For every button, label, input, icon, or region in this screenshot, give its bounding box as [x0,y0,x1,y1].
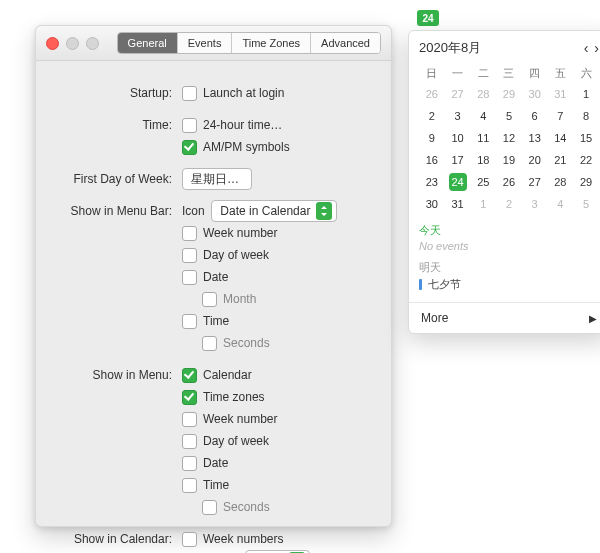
close-dot[interactable] [46,37,59,50]
calendar-day[interactable]: 27 [522,171,548,193]
check-mn-timezones[interactable] [182,390,197,405]
calendar-day[interactable]: 30 [419,193,445,215]
check-mn-dow[interactable] [182,434,197,449]
calendar-day[interactable]: 28 [548,171,574,193]
calendar-day[interactable]: 6 [522,105,548,127]
calendar-day[interactable]: 26 [419,83,445,105]
text-mb-weeknum: Week number [203,226,277,240]
calendar-day[interactable]: 2 [496,193,522,215]
check-mn-date[interactable] [182,456,197,471]
tab-advanced[interactable]: Advanced [311,33,380,53]
calendar-day[interactable]: 21 [548,149,574,171]
section-today: 今天 [419,223,599,238]
check-24hour[interactable] [182,118,197,133]
check-cal-weeknums[interactable] [182,532,197,547]
calendar-day[interactable]: 24 [445,171,471,193]
calendar-day[interactable]: 13 [522,127,548,149]
no-events: No events [419,240,599,252]
tab-events[interactable]: Events [178,33,233,53]
calendar-day[interactable]: 26 [496,171,522,193]
calendar-day[interactable]: 19 [496,149,522,171]
calendar-day[interactable]: 3 [522,193,548,215]
calendar-day[interactable]: 14 [548,127,574,149]
text-mb-dow: Day of week [203,248,269,262]
calendar-day[interactable]: 7 [548,105,574,127]
calendar-day[interactable]: 5 [496,105,522,127]
calendar-day[interactable]: 1 [470,193,496,215]
calendar-day[interactable]: 31 [445,193,471,215]
calendar-day[interactable]: 29 [573,171,599,193]
calendar-day[interactable]: 8 [573,105,599,127]
tab-general[interactable]: General [118,33,178,53]
check-mn-seconds[interactable] [202,500,217,515]
calendar-day[interactable]: 2 [419,105,445,127]
text-mn-time: Time [203,478,229,492]
check-ampm[interactable] [182,140,197,155]
text-mn-dow: Day of week [203,434,269,448]
tab-bar: General Events Time Zones Advanced [117,32,381,54]
text-icon-label: Icon [182,204,205,218]
calendar-dow: 六 [573,63,599,83]
calendar-day[interactable]: 22 [573,149,599,171]
calendar-dow: 日 [419,63,445,83]
calendar-day[interactable]: 17 [445,149,471,171]
calendar-day[interactable]: 23 [419,171,445,193]
check-mn-weeknum[interactable] [182,412,197,427]
check-mb-seconds[interactable] [202,336,217,351]
select-first-day-value: 星期日… [191,171,239,188]
calendar-day[interactable]: 5 [573,193,599,215]
calendar-day[interactable]: 12 [496,127,522,149]
updown-icon [316,202,332,220]
text-24hour: 24-hour time… [203,118,282,132]
calendar-day[interactable]: 29 [496,83,522,105]
calendar-day[interactable]: 15 [573,127,599,149]
menubar-icon[interactable]: 24 [417,10,439,26]
select-first-day[interactable]: 星期日… [182,168,252,190]
text-cal-weeknums: Week numbers [203,532,283,546]
check-launch-at-login[interactable] [182,86,197,101]
label-calendar: Show in Calendar: [42,529,182,549]
calendar-day[interactable]: 18 [470,149,496,171]
select-menubar-icon[interactable]: Date in Calendar [211,200,337,222]
calendar-day[interactable]: 11 [470,127,496,149]
calendar-day[interactable]: 25 [470,171,496,193]
tab-time-zones[interactable]: Time Zones [232,33,311,53]
calendar-day[interactable]: 1 [573,83,599,105]
calendar-day[interactable]: 3 [445,105,471,127]
more-label: More [421,311,448,325]
calendar-day[interactable]: 28 [470,83,496,105]
text-mb-month: Month [223,292,256,306]
check-mn-time[interactable] [182,478,197,493]
form-area: Startup: Launch at login Time: 24-hour t… [36,61,391,553]
calendar-day[interactable]: 27 [445,83,471,105]
text-launch-at-login: Launch at login [203,86,284,100]
calendar-dow: 三 [496,63,522,83]
check-mb-time[interactable] [182,314,197,329]
triangle-right-icon: ▶ [589,313,597,324]
check-mn-calendar[interactable] [182,368,197,383]
calendar-day[interactable]: 4 [470,105,496,127]
check-mb-month[interactable] [202,292,217,307]
text-mb-date: Date [203,270,228,284]
preferences-window: General Events Time Zones Advanced Start… [35,25,392,527]
window-controls [46,37,99,50]
calendar-day[interactable]: 10 [445,127,471,149]
check-mb-date[interactable] [182,270,197,285]
event-item[interactable]: 七夕节 [419,277,599,292]
calendar-day[interactable]: 31 [548,83,574,105]
calendar-day[interactable]: 30 [522,83,548,105]
calendar-dow: 四 [522,63,548,83]
calendar-day[interactable]: 16 [419,149,445,171]
calendar-prev[interactable]: ‹ [584,40,589,56]
check-mb-dow[interactable] [182,248,197,263]
calendar-next[interactable]: › [594,40,599,56]
check-mb-weeknum[interactable] [182,226,197,241]
zoom-dot[interactable] [86,37,99,50]
calendar-day[interactable]: 4 [548,193,574,215]
calendar-grid: 日一二三四五六 26272829303112345678910111213141… [419,63,599,215]
minimize-dot[interactable] [66,37,79,50]
more-row[interactable]: More ▶ [409,302,600,333]
calendar-day[interactable]: 20 [522,149,548,171]
label-menu: Show in Menu: [42,365,182,385]
calendar-day[interactable]: 9 [419,127,445,149]
